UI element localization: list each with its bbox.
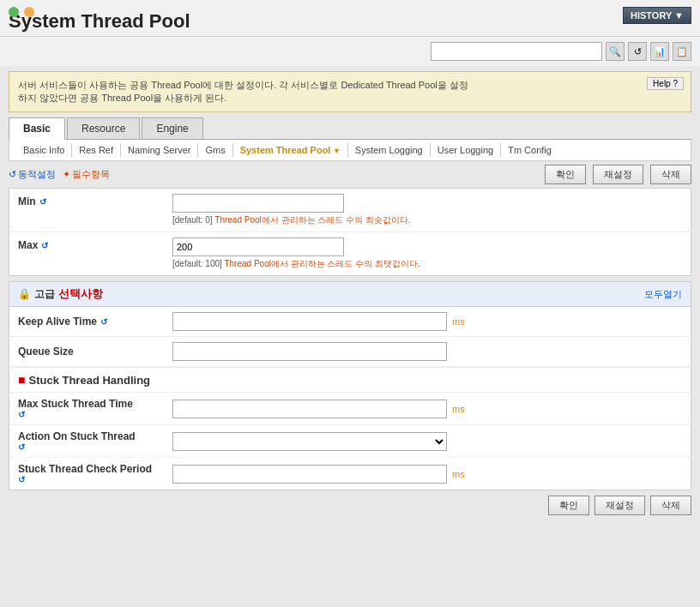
reset-button[interactable]: 재설정 <box>593 165 643 184</box>
max-stuck-input[interactable] <box>172 400 447 418</box>
max-label: Max ↺ <box>18 237 172 251</box>
keep-alive-refresh-icon[interactable]: ↺ <box>100 317 107 327</box>
queue-size-content <box>172 342 682 361</box>
check-period-row: Stuck Thread Check Period ↺ ms <box>9 458 691 490</box>
required-icon: ✦ <box>63 169 70 180</box>
toolbar: ↺ 동적설정 ✦ 필수항목 확인 재설정 삭제 <box>9 165 691 184</box>
page-header: HISTORY ▼ System Thread Pool <box>0 0 700 37</box>
max-stuck-label-multi: Max Stuck Thread Time ↺ <box>18 398 133 419</box>
dynamic-label: ↺ 동적설정 <box>9 168 56 181</box>
min-hint-desc: Thread Pool에서 관리하는 스레드 수의 최솟값이다. <box>214 215 410 225</box>
sub-nav-naming-server[interactable]: Naming Server <box>121 143 198 157</box>
advanced-suffix: 선택사항 <box>58 286 103 302</box>
advanced-icon: 🔒 <box>18 288 31 300</box>
search-button[interactable]: 🔍 <box>606 42 625 61</box>
tab-resource[interactable]: Resource <box>67 117 140 139</box>
tab-engine[interactable]: Engine <box>142 117 202 139</box>
refresh-button[interactable]: ↺ <box>628 42 647 61</box>
sub-nav-user-logging[interactable]: User Logging <box>431 143 501 157</box>
sub-nav-res-ref[interactable]: Res Ref <box>72 143 121 157</box>
info-box: Help ? 서버 서비스들이 사용하는 공용 Thread Pool에 대한 … <box>9 71 691 112</box>
bottom-delete-button[interactable]: 삭제 <box>650 496 691 515</box>
sub-nav-system-thread-pool[interactable]: System Thread Pool <box>233 143 348 157</box>
check-period-label-multi: Stuck Thread Check Period ↺ <box>18 463 152 484</box>
max-stuck-label-text: Max Stuck Thread Time <box>18 398 133 410</box>
action-stuck-label-multi: Action On Stuck Thread ↺ <box>18 430 136 452</box>
advanced-title: 🔒 고급 선택사항 <box>18 286 103 302</box>
dot-green <box>9 7 19 17</box>
stuck-title-text: Stuck Thread Handling <box>28 374 150 387</box>
check-period-unit: ms <box>452 469 465 479</box>
min-label: Min ↺ <box>18 194 172 207</box>
sub-nav-system-logging[interactable]: System Logging <box>348 143 431 157</box>
check-period-content: ms <box>172 465 682 484</box>
check-period-label: Stuck Thread Check Period ↺ <box>18 463 172 484</box>
max-content: [default: 100] Thread Pool에서 관리하는 스레드 수의… <box>172 237 682 270</box>
check-period-refresh-icon[interactable]: ↺ <box>18 475 152 484</box>
bottom-confirm-button[interactable]: 확인 <box>548 496 589 515</box>
min-refresh-icon[interactable]: ↺ <box>39 197 46 207</box>
advanced-prefix: 고급 <box>34 287 55 302</box>
min-content: [default: 0] Thread Pool에서 관리하는 스레드 수의 최… <box>172 194 682 226</box>
search-input[interactable] <box>431 42 602 61</box>
min-input[interactable] <box>172 194 344 213</box>
sub-nav-gms[interactable]: Gms <box>198 143 232 157</box>
search-bar: 🔍 ↺ 📊 📋 <box>0 37 700 66</box>
bottom-reset-button[interactable]: 재설정 <box>594 496 645 515</box>
page-title: System Thread Pool <box>9 10 691 33</box>
tab-basic[interactable]: Basic <box>9 117 65 140</box>
check-period-input[interactable] <box>172 465 447 484</box>
queue-size-label: Queue Size <box>18 346 172 358</box>
bottom-toolbar: 확인 재설정 삭제 <box>9 496 691 515</box>
dot-yellow <box>24 7 34 17</box>
max-refresh-icon[interactable]: ↺ <box>41 241 48 250</box>
max-hint-default: [default: 100] <box>172 259 222 268</box>
dynamic-label-text: 동적설정 <box>18 168 56 181</box>
history-button[interactable]: HISTORY ▼ <box>623 7 691 24</box>
sub-nav-tm-config[interactable]: Tm Config <box>501 143 558 157</box>
max-hint-desc: Thread Pool에서 관리하는 스레드 수의 최댓값이다. <box>224 259 419 268</box>
queue-size-row: Queue Size <box>9 337 691 367</box>
sub-nav: Basic Info Res Ref Naming Server Gms Sys… <box>9 140 691 161</box>
toolbar-left: ↺ 동적설정 ✦ 필수항목 <box>9 168 538 181</box>
action-stuck-refresh-icon[interactable]: ↺ <box>18 442 136 452</box>
action-stuck-row: Action On Stuck Thread ↺ <box>9 425 691 458</box>
queue-size-input[interactable] <box>172 342 447 361</box>
action-stuck-label: Action On Stuck Thread ↺ <box>18 430 172 452</box>
info-text: 서버 서비스들이 사용하는 공용 Thread Pool에 대한 설정이다. 각… <box>18 79 682 105</box>
help-button[interactable]: Help ? <box>647 77 684 90</box>
sub-nav-basic-info[interactable]: Basic Info <box>16 143 72 157</box>
chart-button[interactable]: 📊 <box>650 42 669 61</box>
delete-button[interactable]: 삭제 <box>650 165 691 184</box>
max-stuck-unit: ms <box>452 404 465 414</box>
window-dots <box>9 7 34 17</box>
keep-alive-label-text: Keep Alive Time <box>18 316 97 328</box>
max-input[interactable] <box>172 237 344 256</box>
required-label: ✦ 필수항목 <box>63 168 110 181</box>
required-label-text: 필수항목 <box>72 168 110 181</box>
export-button[interactable]: 📋 <box>673 42 691 61</box>
max-stuck-row: Max Stuck Thread Time ↺ ms <box>9 393 691 425</box>
keep-alive-input[interactable] <box>172 312 447 331</box>
form-area: Min ↺ [default: 0] Thread Pool에서 관리하는 스레… <box>9 188 691 276</box>
advanced-header: 🔒 고급 선택사항 모두열기 <box>9 282 691 307</box>
min-row: Min ↺ [default: 0] Thread Pool에서 관리하는 스레… <box>9 189 691 232</box>
queue-size-label-text: Queue Size <box>18 346 74 358</box>
keep-alive-label: Keep Alive Time ↺ <box>18 316 172 328</box>
action-stuck-content <box>172 432 682 451</box>
stuck-title: ■ Stuck Thread Handling <box>18 373 682 387</box>
advanced-section: 🔒 고급 선택사항 모두열기 Keep Alive Time ↺ ms Queu… <box>9 281 691 490</box>
max-label-text: Max <box>18 239 38 251</box>
max-stuck-refresh-icon[interactable]: ↺ <box>18 410 133 419</box>
stuck-red-square: ■ <box>18 373 25 387</box>
min-label-text: Min <box>18 195 36 207</box>
action-stuck-label-text: Action On Stuck Thread <box>18 430 136 442</box>
toggle-all-link[interactable]: 모두열기 <box>644 288 682 301</box>
action-stuck-select[interactable] <box>172 432 447 451</box>
tab-list: Basic Resource Engine <box>9 117 691 139</box>
confirm-button[interactable]: 확인 <box>545 165 586 184</box>
max-stuck-content: ms <box>172 400 682 418</box>
keep-alive-unit: ms <box>452 316 465 327</box>
max-stuck-label: Max Stuck Thread Time ↺ <box>18 398 172 419</box>
dynamic-icon: ↺ <box>9 169 16 180</box>
